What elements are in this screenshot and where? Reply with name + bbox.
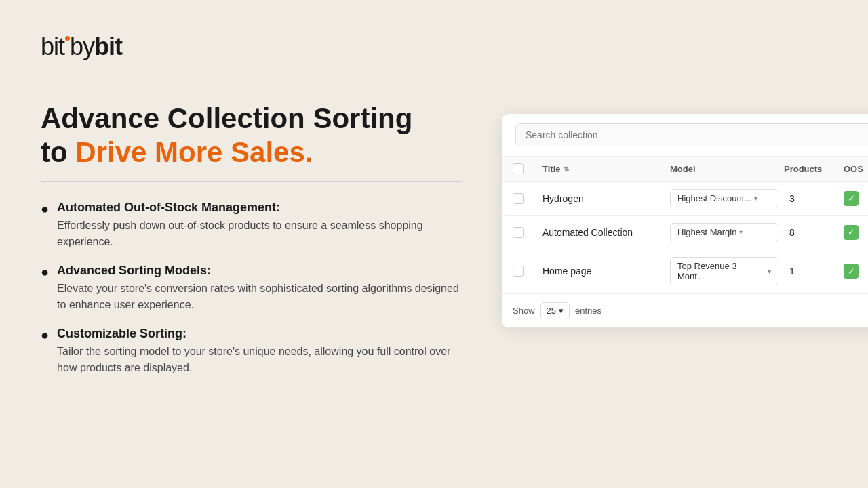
- table-row: Hydrogen Highest Discount... ▾ 3 ✓: [502, 182, 868, 216]
- col-header-model: Model: [670, 164, 778, 174]
- row-2-checkbox[interactable]: [513, 227, 524, 238]
- feature-title-custom: Customizable Sorting:: [57, 327, 461, 341]
- right-column: Title ⇅ Model Products OOS Hydrogen High…: [502, 114, 868, 327]
- features-list: ● Automated Out-of-Stock Management: Eff…: [41, 201, 461, 376]
- feature-item-custom: ● Customizable Sorting: Tailor the sorti…: [41, 327, 461, 376]
- row-2-products: 8: [784, 227, 838, 238]
- row-3-oos-check[interactable]: ✓: [844, 264, 859, 279]
- row-3-products: 1: [784, 266, 838, 277]
- table-row: Automated Collection Highest Margin ▾ 8 …: [502, 216, 868, 249]
- row-2-model-label: Highest Margin: [677, 227, 736, 237]
- chevron-down-icon: ▾: [754, 195, 757, 202]
- headline-divider: [41, 181, 461, 182]
- feature-item-oos: ● Automated Out-of-Stock Management: Eff…: [41, 201, 461, 250]
- logo-bit2: bit: [94, 33, 122, 60]
- row-3-model-select[interactable]: Top Revenue 3 Mont... ▾: [670, 257, 778, 285]
- left-column: bitbybit Advance Collection Sorting to D…: [41, 33, 461, 376]
- feature-desc-custom: Tailor the sorting model to your store's…: [57, 344, 461, 376]
- bullet-icon: ●: [41, 201, 49, 217]
- logo-bit1: bit: [41, 33, 64, 60]
- logo-dot: [65, 36, 70, 41]
- title-sort-icon: ⇅: [564, 165, 569, 173]
- chevron-down-icon: ▾: [739, 228, 743, 236]
- feature-title-oos: Automated Out-of-Stock Management:: [57, 201, 461, 215]
- chevron-down-icon: ▾: [768, 268, 771, 275]
- row-3-checkbox[interactable]: [513, 266, 524, 277]
- headline-line2-plain: to: [41, 136, 75, 168]
- logo-text: bitbybit: [41, 33, 122, 60]
- header-checkbox[interactable]: [513, 163, 524, 174]
- chevron-down-icon: ▾: [559, 306, 564, 316]
- row-2-oos-check[interactable]: ✓: [844, 225, 859, 240]
- row-checkbox-cell: [513, 227, 537, 238]
- logo-by: by: [70, 33, 94, 60]
- table-row: Home page Top Revenue 3 Mont... ▾ 1 ✓: [502, 249, 868, 293]
- search-input[interactable]: [515, 123, 868, 146]
- logo: bitbybit: [41, 33, 461, 61]
- bullet-icon: ●: [41, 264, 49, 280]
- headline-line2-highlight: Drive More Sales.: [75, 136, 313, 168]
- entries-value: 25: [547, 306, 556, 316]
- feature-item-sorting: ● Advanced Sorting Models: Elevate your …: [41, 264, 461, 313]
- row-1-oos-check[interactable]: ✓: [844, 191, 859, 206]
- row-1-products: 3: [784, 193, 838, 204]
- header-checkbox-cell: [513, 163, 537, 174]
- col-header-title: Title ⇅: [542, 164, 665, 174]
- show-label: Show: [513, 306, 535, 316]
- row-1-title: Hydrogen: [542, 193, 665, 204]
- table-header: Title ⇅ Model Products OOS: [502, 157, 868, 182]
- page-headline: Advance Collection Sorting to Drive More…: [41, 102, 461, 170]
- feature-title-sorting: Advanced Sorting Models:: [57, 264, 461, 278]
- row-3-model-label: Top Revenue 3 Mont...: [677, 261, 765, 281]
- row-checkbox-cell: [513, 193, 537, 204]
- row-2-title: Automated Collection: [542, 227, 665, 238]
- headline-line1: Advance Collection Sorting: [41, 102, 412, 134]
- table-footer: Show 25 ▾ entries: [502, 293, 868, 327]
- feature-content-oos: Automated Out-of-Stock Management: Effor…: [57, 201, 461, 250]
- entries-label: entries: [575, 306, 601, 316]
- row-1-model-label: Highest Discount...: [677, 193, 751, 203]
- row-1-model-select[interactable]: Highest Discount... ▾: [670, 189, 778, 207]
- table-card: Title ⇅ Model Products OOS Hydrogen High…: [502, 114, 868, 327]
- feature-desc-oos: Effortlessly push down out-of-stock prod…: [57, 218, 461, 250]
- entries-select[interactable]: 25 ▾: [540, 302, 570, 319]
- feature-desc-sorting: Elevate your store's conversion rates wi…: [57, 281, 461, 313]
- bullet-icon: ●: [41, 327, 49, 343]
- feature-content-sorting: Advanced Sorting Models: Elevate your st…: [57, 264, 461, 313]
- feature-content-custom: Customizable Sorting: Tailor the sorting…: [57, 327, 461, 376]
- page-container: bitbybit Advance Collection Sorting to D…: [0, 0, 868, 488]
- row-checkbox-cell: [513, 266, 537, 277]
- row-2-model-select[interactable]: Highest Margin ▾: [670, 223, 778, 241]
- row-3-title: Home page: [542, 266, 665, 277]
- search-bar: [502, 114, 868, 157]
- col-header-products: Products: [784, 164, 838, 174]
- col-header-oos: OOS: [844, 164, 868, 174]
- row-1-checkbox[interactable]: [513, 193, 524, 204]
